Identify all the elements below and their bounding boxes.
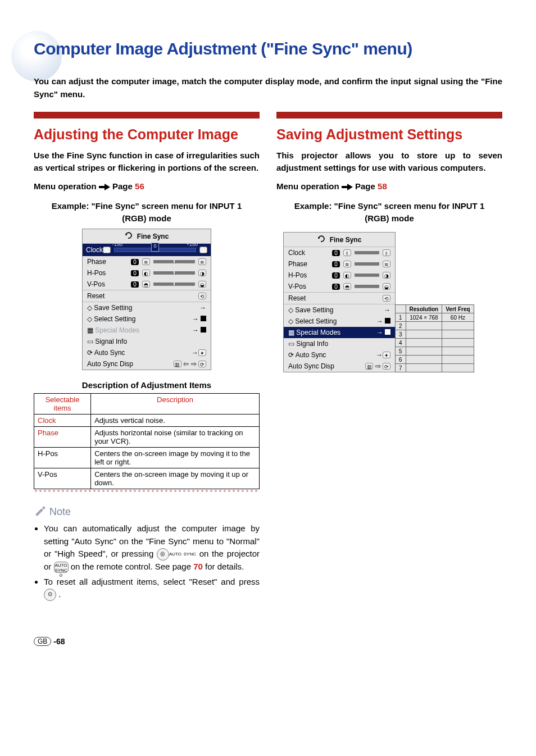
osd-title: Fine Sync	[137, 233, 169, 240]
table-cell-desc: Centers the on-screen image by moving it…	[91, 468, 260, 489]
table-cell-item: V-Pos	[34, 468, 91, 489]
note-item: To reset all adjustment items, select "R…	[44, 576, 260, 602]
osd-param-hpos: H-Pos	[288, 271, 329, 279]
diamond-icon: ◇	[87, 304, 92, 312]
note-text: on the remote control. See page	[71, 562, 193, 571]
restbl-header-blank	[396, 305, 406, 313]
arrow-right-icon: →	[192, 349, 198, 357]
slider-icon: ⦀	[103, 247, 111, 253]
sync-icon: ⟳	[288, 351, 294, 359]
osd-screenshot-right: Fine Sync Clock0⦀⦀ Phase0≋≋ H-Pos0◐◑ V-P…	[283, 232, 396, 372]
osd-value: 0	[131, 270, 139, 276]
osd-special-modes: Special Modes	[95, 326, 139, 334]
table-row: 2	[396, 322, 474, 330]
enter-button-icon: ⊙	[44, 589, 56, 601]
osd-param-phase: Phase	[288, 260, 329, 268]
slider-track: 0	[114, 248, 196, 252]
osd-select-setting: Select Setting	[94, 315, 135, 323]
section-divider	[34, 112, 260, 119]
osd-screenshot-left: Fine Sync Clock ⦀ 0 ⦀ Phase0≋≋ H-Pos0◐◑ …	[82, 229, 211, 370]
arrow-right-icon: →	[384, 306, 390, 314]
menu-operation-label: Menu operation	[276, 181, 339, 191]
restbl-header-resolution: Resolution	[406, 305, 442, 313]
osd-select-setting: Select Setting	[295, 317, 337, 325]
intro-paragraph: You can adjust the computer image, match…	[34, 75, 502, 101]
menu-operation-line-right: Menu operation Page 58	[276, 181, 502, 192]
modes-icon: ▦	[288, 329, 294, 336]
table-header-item: Selectable items	[34, 394, 91, 415]
table-row: ClockAdjusts vertical noise.	[34, 415, 260, 427]
page-number: -68	[53, 637, 65, 646]
diamond-icon: ◇	[288, 317, 293, 325]
button-label: AUTO SYNC	[169, 552, 196, 557]
note-text: .	[58, 589, 61, 599]
locale-badge: GB	[34, 637, 51, 646]
osd-auto-sync: Auto Sync	[94, 349, 125, 357]
info-icon: ▭	[87, 338, 93, 345]
mode-icon: ✦	[383, 352, 390, 358]
left-column: Adjusting the Computer Image Use the Fin…	[34, 112, 260, 603]
arrow-right-icon	[99, 183, 110, 192]
table-cell-desc: Centers the on-screen image by moving it…	[91, 448, 260, 468]
resolution-table: Resolution Vert Freq 11024 × 76860 Hz 2 …	[395, 304, 474, 372]
page-link-70[interactable]: 70	[193, 562, 203, 571]
hpos-icon: ◐	[343, 272, 351, 279]
page-link-56[interactable]: 56	[135, 181, 144, 191]
hpos-icon: ◑	[198, 270, 206, 276]
hpos-icon: ◐	[142, 270, 150, 276]
osd-param-vpos: V-Pos	[288, 283, 329, 290]
page-footer: GB -68	[34, 637, 502, 646]
phase-icon: ≋	[198, 258, 206, 265]
vpos-icon: ◒	[198, 281, 206, 288]
osd-param-clock: Clock	[288, 249, 329, 257]
osd-reset: Reset	[288, 294, 306, 302]
info-icon: ▭	[288, 340, 294, 348]
example-caption-left: Example: "Fine Sync" screen menu for INP…	[40, 200, 253, 225]
table-caption: Description of Adjustment Items	[34, 380, 260, 390]
page-label: Page	[355, 181, 375, 191]
table-row: 4	[396, 339, 474, 347]
note-divider-dots	[34, 489, 260, 493]
osd-auto-sync-disp: Auto Sync Disp	[288, 362, 334, 370]
osd-special-modes: Special Modes	[296, 329, 340, 336]
table-cell-item: H-Pos	[34, 448, 91, 468]
table-row: 11024 × 76860 Hz	[396, 313, 474, 322]
menu-operation-line-left: Menu operation Page 56	[34, 181, 260, 192]
table-cell-item: Phase	[34, 427, 91, 448]
page-label: Page	[112, 181, 133, 191]
reset-icon: ⟲	[383, 295, 390, 302]
page-link-58[interactable]: 58	[378, 181, 387, 191]
osd-param-hpos: H-Pos	[87, 269, 128, 277]
osd-reset: Reset	[87, 292, 105, 300]
section-heading-adjusting: Adjusting the Computer Image	[34, 126, 260, 143]
osd-auto-sync: Auto Sync	[296, 351, 326, 359]
reset-icon: ⟲	[198, 293, 206, 299]
vpos-icon: ◓	[343, 283, 351, 290]
table-row: 5	[396, 347, 474, 356]
section-divider	[276, 112, 502, 119]
osd-signal-info: Signal Info	[296, 340, 328, 348]
disp-icon: ⟳	[198, 361, 206, 367]
table-row: 6	[396, 356, 474, 364]
osd-save-setting: Save Setting	[295, 306, 333, 314]
arrow-right-icon: →	[199, 304, 206, 312]
table-row: 7	[396, 364, 474, 372]
clock-icon: ⦀	[343, 249, 351, 256]
example-caption-right: Example: "Fine Sync" screen menu for INP…	[283, 200, 496, 225]
table-cell-desc: Adjusts horizontal noise (similar to tra…	[91, 427, 260, 448]
slider-icon: ⦀	[199, 247, 207, 253]
section-heading-saving: Saving Adjustment Settings	[276, 126, 502, 143]
page-title: Computer Image Adjustment ("Fine Sync" m…	[34, 39, 502, 58]
mode-icon: ✦	[198, 349, 206, 356]
note-list: You can automatically adjust the compute…	[34, 522, 260, 601]
auto-sync-remote-button-icon: AUTO SYNC⊙	[54, 562, 69, 573]
slider-zero: 0	[151, 243, 159, 252]
section-intro-left: Use the Fine Sync function in case of ir…	[34, 149, 260, 174]
restbl-header-vertfreq: Vert Freq	[442, 305, 474, 313]
table-row: V-PosCenters the on-screen image by movi…	[34, 468, 260, 489]
phase-icon: ≋	[142, 258, 150, 265]
note-label: Note	[49, 506, 71, 518]
osd-auto-sync-disp: Auto Sync Disp	[87, 360, 133, 368]
osd-save-setting: Save Setting	[94, 304, 132, 312]
modes-icon: ▦	[87, 326, 93, 334]
